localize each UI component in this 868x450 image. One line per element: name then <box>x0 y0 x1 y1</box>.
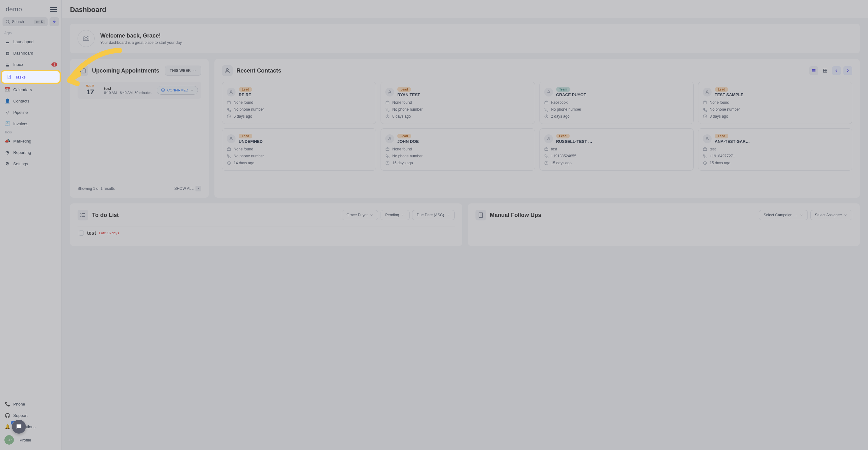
sidebar-item-launchpad[interactable]: ☁ Launchpad <box>0 36 61 47</box>
svg-rect-25 <box>545 101 548 104</box>
profile-photo-button[interactable] <box>78 30 95 47</box>
grid-view-button[interactable] <box>821 66 830 75</box>
followup-campaign-select[interactable]: Select Campaign … <box>759 210 808 220</box>
todo-item[interactable]: test Late 16 days <box>78 226 455 240</box>
appointment-date: WED 17 <box>81 84 100 96</box>
todo-item-name: test <box>87 230 96 236</box>
appointments-filter[interactable]: THIS WEEK <box>165 66 201 76</box>
phone-icon <box>385 107 390 112</box>
sidebar-item-label: Launchpad <box>13 39 33 44</box>
sidebar-item-label: Invoices <box>13 121 28 126</box>
appointment-status[interactable]: CONFIRMED <box>157 86 198 95</box>
clock-icon <box>227 161 231 165</box>
contact-card[interactable]: Lead JOHN DOE None found No phone number… <box>380 128 535 171</box>
svg-rect-14 <box>824 69 825 71</box>
prev-page-button[interactable] <box>832 66 841 75</box>
svg-point-24 <box>548 90 549 92</box>
contact-time: 15 days ago <box>385 161 530 165</box>
clock-icon <box>385 114 390 119</box>
contact-card[interactable]: Lead RE RE None found No phone number 6 … <box>222 82 376 124</box>
sidebar-item-phone[interactable]: 📞 Phone <box>0 398 61 410</box>
sidebar-item-label: Inbox <box>13 62 23 67</box>
clock-icon <box>544 114 549 119</box>
briefcase-icon <box>544 147 549 151</box>
sidebar-item-marketing[interactable]: 📣 Marketing <box>0 135 61 147</box>
quick-action-button[interactable] <box>50 17 59 26</box>
sidebar-item-invoices[interactable]: 🧾 Invoices <box>0 118 61 129</box>
page-title: Dashboard <box>70 6 860 14</box>
contact-name: ANA-TEST GAR… <box>715 139 750 144</box>
search-input[interactable]: Search ctrl K <box>2 17 48 26</box>
contact-time: 2 days ago <box>544 114 689 119</box>
sidebar-item-inbox[interactable]: ⬓ Inbox 1 <box>0 59 61 70</box>
contact-company: None found <box>227 147 371 151</box>
sidebar-item-settings[interactable]: ⚙ Settings <box>0 158 61 169</box>
sidebar-item-pipeline[interactable]: ▽ Pipeline <box>0 107 61 118</box>
camera-icon <box>82 35 90 42</box>
appointments-card: Upcoming Appointments THIS WEEK WED 17 t… <box>70 59 209 198</box>
contacts-title: Recent Contacts <box>237 67 281 74</box>
contact-card[interactable]: Team GRACE PUYOT Facebook No phone numbe… <box>539 82 694 124</box>
chat-widget-button[interactable] <box>12 420 26 433</box>
logo: demo. <box>6 6 24 13</box>
svg-rect-15 <box>826 69 827 71</box>
svg-rect-34 <box>386 148 390 151</box>
contact-card[interactable]: Lead TEST SAMPLE None found No phone num… <box>698 82 852 124</box>
contact-card[interactable]: Lead RUSSELL-TEST … test +19188524855 15… <box>539 128 694 171</box>
next-page-button[interactable] <box>843 66 852 75</box>
svg-rect-31 <box>227 148 231 151</box>
svg-point-0 <box>6 20 9 23</box>
contact-phone: No phone number <box>385 154 530 158</box>
contact-card[interactable]: Lead RYAN TEST None found No phone numbe… <box>380 82 535 124</box>
followup-assignee-select[interactable]: Select Assignee <box>810 210 852 220</box>
sidebar: demo. Search ctrl K Apps ☁ Launchpad ▦ D… <box>0 0 62 450</box>
contact-card[interactable]: Lead ANA-TEST GAR… test +19184977271 15 … <box>698 128 852 171</box>
contact-name: RE RE <box>239 92 252 97</box>
phone-icon <box>703 107 707 112</box>
sidebar-item-support[interactable]: 🎧 Support <box>0 410 61 421</box>
phone-icon <box>544 154 549 158</box>
clock-icon <box>544 161 549 165</box>
topbar: Dashboard <box>62 0 868 18</box>
appointment-item[interactable]: WED 17 test 8:10 AM - 8:40 AM, 30 minute… <box>78 82 201 99</box>
show-all-button[interactable]: SHOW ALL <box>174 186 201 191</box>
contact-card[interactable]: Lead UNDEFINED None found No phone numbe… <box>222 128 376 171</box>
sidebar-item-profile[interactable]: GR Profile <box>0 432 61 448</box>
menu-toggle-button[interactable] <box>50 7 57 12</box>
sidebar-item-calendars[interactable]: 📅 Calendars <box>0 84 61 95</box>
sidebar-item-notifications[interactable]: 🔔 Notifications 4 <box>0 421 61 432</box>
pipeline-icon: ▽ <box>4 110 10 115</box>
support-icon: 🎧 <box>4 413 10 418</box>
search-label: Search <box>12 20 24 24</box>
search-icon <box>5 19 10 24</box>
phone-icon <box>544 107 549 112</box>
inbox-icon: ⬓ <box>4 61 10 67</box>
chat-icon <box>16 423 22 430</box>
list-view-button[interactable] <box>809 66 818 75</box>
todo-filter-sort[interactable]: Due Date (ASC) <box>412 210 455 220</box>
todo-filter-status[interactable]: Pending <box>380 210 409 220</box>
phone-icon: 📞 <box>4 401 10 407</box>
contact-time: 14 days ago <box>227 161 371 165</box>
sidebar-item-label: Profile <box>20 438 31 443</box>
contact-time: 6 days ago <box>227 114 371 119</box>
sidebar-item-label: Dashboard <box>13 51 33 56</box>
contact-phone: No phone number <box>544 107 689 112</box>
filter-label: Select Campaign … <box>764 213 797 217</box>
show-all-label: SHOW ALL <box>174 186 194 191</box>
todo-card: To do List Grace Puyot Pending Due Date … <box>70 203 462 246</box>
checkbox[interactable] <box>79 231 84 236</box>
sidebar-item-contacts[interactable]: 👤 Contacts <box>0 95 61 107</box>
sidebar-item-label: Calendars <box>13 87 32 92</box>
svg-line-1 <box>8 23 9 24</box>
todo-filter-assignee[interactable]: Grace Puyot <box>342 210 378 220</box>
sidebar-item-tasks[interactable]: Tasks <box>2 71 60 83</box>
clock-icon <box>703 161 707 165</box>
sidebar-item-dashboard[interactable]: ▦ Dashboard <box>0 47 61 59</box>
clock-icon <box>385 161 390 165</box>
contact-phone: +19184977271 <box>703 154 847 158</box>
tasks-icon <box>6 74 12 80</box>
avatar-icon <box>385 134 394 143</box>
sidebar-item-reporting[interactable]: ◔ Reporting <box>0 147 61 158</box>
clock-icon <box>703 114 707 119</box>
